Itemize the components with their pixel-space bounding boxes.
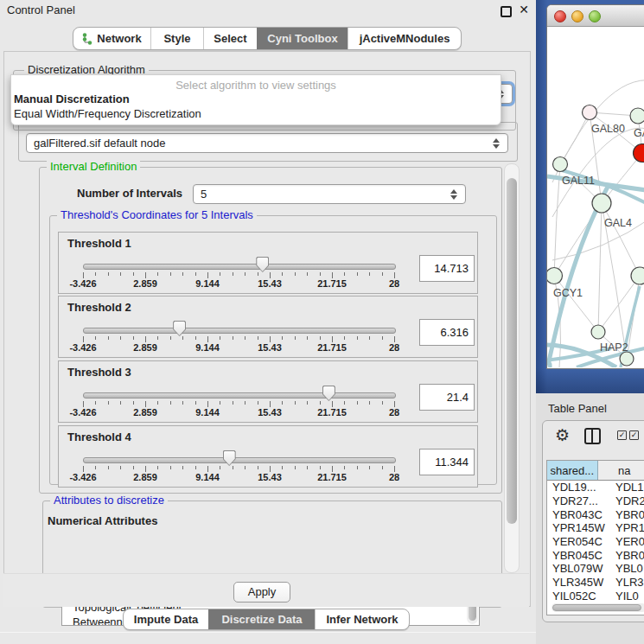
checkbox-icon[interactable]: ✓ <box>617 430 627 440</box>
cell[interactable]: YLR3 <box>612 576 644 589</box>
popup-item-equal-width[interactable]: Equal Width/Frequency Discretization <box>13 107 498 120</box>
tab-discretize-data-label: Discretize Data <box>221 613 302 626</box>
threshold-3-slider-thumb[interactable] <box>322 386 335 401</box>
popup-item-manual-discretization[interactable]: Manual Discretization <box>13 92 498 105</box>
cell[interactable]: YDR27... <box>547 494 612 507</box>
cell[interactable]: YBR0 <box>612 549 644 562</box>
threshold-2-slider-thumb[interactable] <box>173 321 186 336</box>
table-row[interactable]: YBR043CYBR0 <box>547 507 644 521</box>
cell[interactable]: YLR345W <box>547 576 612 589</box>
tick-label: 2.859 <box>118 472 173 482</box>
combo-arrows-icon <box>493 134 500 152</box>
tab-cyni-toolbox[interactable]: Cyni Toolbox <box>257 28 348 49</box>
tick-label: 15.43 <box>242 278 297 289</box>
threshold-1-label: Threshold 1 <box>67 237 131 250</box>
num-intervals-combobox[interactable]: 5 <box>193 184 466 204</box>
tick-label: 9.144 <box>180 472 235 482</box>
threshold-1-slider-thumb[interactable] <box>256 257 269 272</box>
table-row[interactable]: YBL079WYBL0 <box>547 562 644 576</box>
network-canvas[interactable]: GAL80GACGAL11GAL4GCY1HHAP2 <box>547 27 644 367</box>
network-node-GAL80[interactable] <box>583 105 597 120</box>
network-window-titlebar[interactable] <box>547 5 644 27</box>
scrollbar-thumb[interactable] <box>552 604 641 611</box>
gray-edge[interactable] <box>560 112 590 164</box>
panel-vertical-scrollbar[interactable] <box>504 163 520 573</box>
table-row[interactable]: YDL19...YDL1 <box>547 481 644 494</box>
network-node-unnamed[interactable] <box>620 352 634 366</box>
cell[interactable]: YPR1 <box>612 521 644 534</box>
tab-network[interactable]: Network <box>73 28 150 49</box>
tab-infer-network[interactable]: Infer Network <box>315 609 409 629</box>
cell[interactable]: YDL19... <box>547 481 612 494</box>
node-table: shared... na YDL19...YDL1 YDR27...YDR2 Y… <box>546 460 644 615</box>
tick-label: 21.715 <box>304 407 360 418</box>
checkbox-icon[interactable]: ✓ <box>629 430 639 440</box>
cell[interactable]: YER0 <box>612 535 644 548</box>
threshold-1-slider[interactable] <box>83 264 396 270</box>
threshold-4-slider-thumb[interactable] <box>223 450 236 466</box>
table-row[interactable]: YIL052CYIL0 <box>547 590 644 603</box>
network-node-GA[interactable] <box>630 108 644 124</box>
table-row[interactable]: YDR27...YDR2 <box>547 494 644 508</box>
cell[interactable]: YER054C <box>547 535 612 548</box>
threshold-3-value-field[interactable] <box>419 384 475 411</box>
table-data-combobox[interactable]: galFiltered.sif default node <box>26 133 508 153</box>
gray-edge[interactable] <box>598 276 640 332</box>
cell[interactable]: YBR045C <box>547 549 612 562</box>
column-header-shared-name[interactable]: shared... <box>547 461 598 480</box>
network-node-H[interactable] <box>631 267 644 284</box>
threshold-3-slider[interactable] <box>83 392 396 399</box>
threshold-4-box: Threshold 4 -3.426 2.859 9.144 15.43 21.… <box>58 425 478 488</box>
threshold-2-value-field[interactable] <box>419 319 475 346</box>
table-row[interactable]: YPR145WYPR1 <box>547 521 644 535</box>
table-panel-title: Table Panel <box>548 402 607 415</box>
control-panel-titlebar: Control Panel ✕ <box>0 0 536 21</box>
columns-icon[interactable] <box>584 428 601 444</box>
cell[interactable]: YBR0 <box>612 508 644 521</box>
tick-label: 9.144 <box>180 342 235 353</box>
zoom-traffic-light[interactable] <box>589 10 601 22</box>
tab-select[interactable]: Select <box>203 28 257 49</box>
cell[interactable]: YBL079W <box>547 562 612 575</box>
tick-label: -3.426 <box>55 342 111 353</box>
apply-button[interactable]: Apply <box>233 582 290 603</box>
cell[interactable]: YIL0 <box>612 590 639 603</box>
network-view-window: GAL80GACGAL11GAL4GCY1HHAP2 <box>546 4 644 369</box>
close-traffic-light[interactable] <box>554 10 566 22</box>
network-node-GCY1[interactable] <box>547 268 563 284</box>
gray-edge[interactable] <box>598 203 602 332</box>
minimize-traffic-light[interactable] <box>571 10 583 22</box>
network-node-GAL11[interactable] <box>553 157 568 172</box>
network-node-HAP2[interactable] <box>591 325 605 339</box>
tab-discretize-data[interactable]: Discretize Data <box>208 609 315 629</box>
table-row[interactable]: YER054CYER0 <box>547 535 644 549</box>
table-data-group: Table Data galFiltered.sif default node <box>18 122 518 162</box>
network-node-GAL4[interactable] <box>592 194 611 213</box>
threshold-4-value-field[interactable] <box>419 449 475 475</box>
table-row[interactable]: YBR045CYBR0 <box>547 548 644 562</box>
node-label-GAL80: GAL80 <box>591 123 625 135</box>
close-icon[interactable]: ✕ <box>519 3 529 16</box>
tab-cyni-toolbox-label: Cyni Toolbox <box>267 32 337 45</box>
threshold-2-slider[interactable] <box>83 328 396 334</box>
cell[interactable]: YDL1 <box>612 481 644 494</box>
cell[interactable]: YBL0 <box>612 562 643 575</box>
cell[interactable]: YPR145W <box>547 521 612 534</box>
tab-style-label: Style <box>163 32 190 45</box>
tab-impute-data[interactable]: Impute Data <box>124 609 208 629</box>
table-horizontal-scrollbar[interactable] <box>552 603 644 612</box>
table-row[interactable]: YLR345WYLR3 <box>547 576 644 590</box>
column-header-name[interactable]: na <box>598 461 644 480</box>
cell[interactable]: YBR043C <box>547 508 612 521</box>
tab-style[interactable]: Style <box>150 28 203 49</box>
threshold-1-value-field[interactable] <box>419 255 475 282</box>
threshold-4-slider[interactable] <box>83 457 396 463</box>
cell[interactable]: YIL052C <box>547 590 612 603</box>
gray-edge[interactable] <box>602 203 640 276</box>
tick-label: 28 <box>367 472 422 482</box>
cell[interactable]: YDR2 <box>612 494 644 507</box>
gear-icon[interactable]: ⚙ <box>555 427 570 443</box>
tab-jactivemnodules[interactable]: jActiveMNodules <box>348 28 461 49</box>
scrollbar-thumb[interactable] <box>507 178 517 524</box>
float-window-icon[interactable] <box>501 6 512 17</box>
